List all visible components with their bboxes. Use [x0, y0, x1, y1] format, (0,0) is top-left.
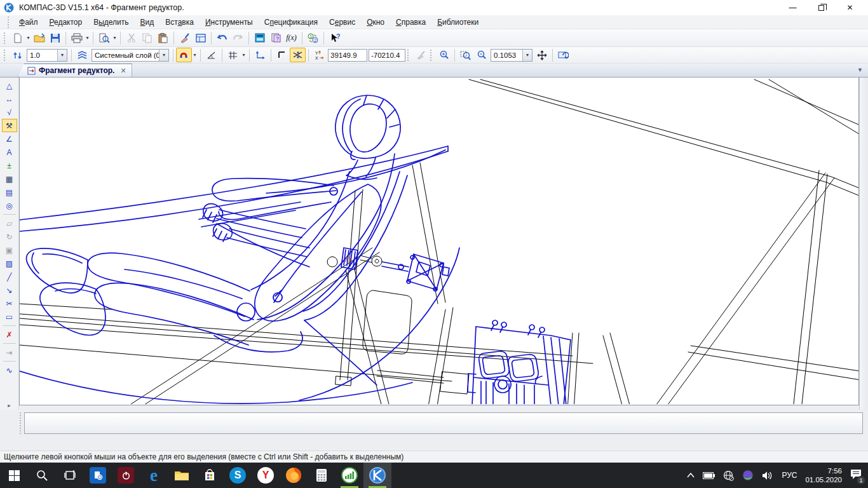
refresh-view-button[interactable] [555, 48, 571, 62]
tool-designations[interactable]: √ [2, 105, 17, 119]
local-csys-icon[interactable] [252, 48, 268, 62]
tool-measure[interactable]: A [2, 146, 17, 159]
properties-button[interactable] [193, 30, 208, 45]
tool-trim[interactable]: ✂ [2, 297, 17, 310]
help-topics-button[interactable]: ? [268, 30, 283, 45]
taskbar-stats-app[interactable] [336, 463, 363, 488]
drawing-canvas[interactable] [19, 78, 859, 405]
vertical-scrollbar[interactable] [859, 78, 867, 410]
tool-parameterization[interactable]: ∠ [2, 132, 17, 146]
tool-move-to-layer[interactable]: ⇥ [2, 346, 17, 359]
save-button[interactable] [47, 30, 63, 45]
layer-combo[interactable]: Системный слой (0)▾ [92, 49, 169, 62]
menu-insert[interactable]: Вставка [159, 17, 200, 28]
restore-button[interactable] [807, 0, 836, 15]
format-painter-button[interactable] [177, 30, 193, 45]
snap-dropdown[interactable]: ▾ [192, 48, 198, 62]
tab-list-dropdown[interactable]: ▼ [857, 67, 863, 73]
tool-spell-check[interactable]: ± [2, 159, 17, 172]
tool-segment[interactable]: ╱ [2, 270, 17, 283]
tool-hatch[interactable]: ▨ [2, 257, 17, 270]
tool-delete[interactable]: ✗ [2, 328, 17, 341]
antivirus-icon[interactable] [742, 470, 754, 481]
taskbar-kompas-app[interactable] [363, 463, 391, 488]
zoom-scale-button[interactable] [473, 48, 489, 62]
tool-insert-object[interactable]: ◎ [2, 199, 17, 212]
redo-button[interactable] [230, 30, 246, 45]
taskbar-skype-icon[interactable]: S [224, 463, 252, 488]
close-button[interactable]: ✕ [836, 0, 864, 15]
notification-center-icon[interactable]: 1 [850, 469, 862, 482]
taskbar-store-icon[interactable] [196, 463, 224, 488]
battery-icon[interactable] [703, 472, 715, 479]
tool-spline[interactable]: ∿ [2, 363, 17, 377]
tool-polyline[interactable]: ↘ [2, 283, 17, 297]
taskbar-yandex-icon[interactable]: Y [252, 463, 280, 488]
menu-select[interactable]: Выделить [88, 17, 134, 28]
grid-button[interactable] [225, 48, 241, 62]
speaker-icon[interactable] [762, 471, 773, 480]
tool-rotate[interactable]: ↻ [2, 230, 17, 243]
variables-button[interactable]: f(x) [283, 30, 299, 45]
open-button[interactable] [31, 30, 47, 45]
menu-view[interactable]: Вид [135, 17, 160, 28]
layers-icon[interactable] [74, 48, 90, 62]
tool-copy-object[interactable]: ▱ [2, 217, 17, 230]
tool-report[interactable]: ▤ [2, 186, 17, 199]
menu-tools[interactable]: Инструменты [200, 17, 259, 28]
grid-dropdown[interactable]: ▾ [241, 48, 247, 62]
taskbar-calculator-icon[interactable] [308, 463, 336, 488]
zoom-by-rectangle-button[interactable] [458, 48, 473, 62]
print-preview-dropdown[interactable]: ▾ [112, 30, 118, 45]
toolbar-expander[interactable]: ▸ [8, 402, 11, 409]
zoom-in-frame-button[interactable] [436, 48, 452, 62]
coord-x-field[interactable]: 39149.9 [328, 49, 367, 62]
tool-geometry[interactable]: △ [2, 79, 17, 92]
snap-magnet-button[interactable] [176, 48, 192, 62]
coord-y-field[interactable]: -70210.4 [369, 49, 405, 62]
tool-contour[interactable]: ▭ [2, 310, 17, 323]
tray-chevron-icon[interactable] [687, 473, 695, 478]
menu-libraries[interactable]: Библиотеки [431, 17, 484, 28]
taskbar-firefox-icon[interactable] [280, 463, 308, 488]
taskbar-search-icon[interactable] [28, 463, 56, 488]
print-dropdown[interactable]: ▾ [85, 30, 90, 45]
print-button[interactable] [69, 30, 85, 45]
taskbar-start-button[interactable] [0, 463, 28, 488]
taskbar-task-view-icon[interactable] [56, 463, 84, 488]
menu-file[interactable]: Файл [13, 17, 44, 28]
tab-fragment-reduktor[interactable]: Фрагмент редуктор. ✕ [18, 64, 132, 77]
menu-help[interactable]: Справка [390, 17, 431, 28]
angle-snap-icon[interactable] [203, 48, 219, 62]
tool-dimensions[interactable]: ↔ [2, 92, 17, 105]
new-document-dropdown[interactable]: ▾ [25, 30, 31, 45]
tab-close-icon[interactable]: ✕ [118, 67, 126, 75]
taskbar-system-config-app[interactable] [84, 463, 112, 488]
tool-editing[interactable]: ⚒ [2, 119, 17, 132]
chevron-down-icon[interactable]: ▾ [57, 50, 67, 61]
menu-service[interactable]: Сервис [323, 17, 361, 28]
ortho-drawing-icon[interactable] [274, 48, 290, 62]
copy-properties-button[interactable] [413, 48, 429, 62]
chevron-down-icon[interactable]: ▾ [159, 50, 168, 61]
paste-button[interactable] [155, 30, 171, 45]
menu-editor[interactable]: Редактор [44, 17, 88, 28]
network-globe-icon[interactable] [723, 470, 734, 481]
undo-button[interactable] [214, 30, 230, 45]
new-document-button[interactable] [10, 30, 25, 45]
roundoff-button[interactable] [290, 48, 306, 62]
current-step-icon[interactable] [10, 48, 25, 62]
taskbar-clock[interactable]: 7:56 01.05.2020 [805, 466, 842, 485]
exchange-button[interactable]: 12 [305, 30, 321, 45]
menu-specification[interactable]: Спецификация [259, 17, 323, 28]
tool-spreadsheet[interactable]: ▦ [2, 172, 17, 186]
cut-button[interactable] [123, 30, 139, 45]
minimize-button[interactable]: — [778, 0, 807, 15]
copy-button[interactable] [139, 30, 155, 45]
chevron-down-icon[interactable]: ▾ [522, 50, 532, 61]
context-help-button[interactable]: ? [327, 30, 342, 45]
window-manager-button[interactable] [252, 30, 268, 45]
zoom-combo[interactable]: 0.1053▾ [491, 49, 532, 62]
pan-button[interactable] [534, 48, 550, 62]
taskbar-power-app[interactable] [112, 463, 140, 488]
